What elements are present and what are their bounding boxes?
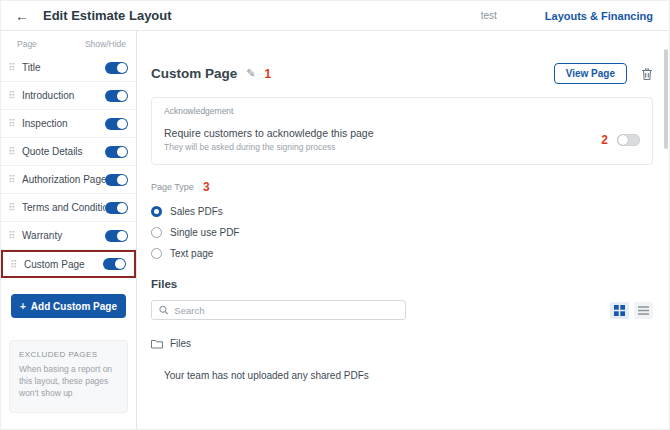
radio-single-use-pdf[interactable]: Single use PDF xyxy=(151,224,653,240)
radio-button-icon[interactable] xyxy=(151,227,162,238)
acknowledgement-toggle[interactable] xyxy=(617,134,640,146)
sidebar-item-authorization-page[interactable]: ⠿ Authorization Page xyxy=(1,166,136,194)
page-item-label: Introduction xyxy=(22,90,105,101)
drag-handle-icon[interactable]: ⠿ xyxy=(8,118,19,129)
radio-button-icon[interactable] xyxy=(151,248,162,259)
radio-button-icon[interactable] xyxy=(151,206,162,217)
page-type-label: Page Type xyxy=(151,182,194,192)
files-folder-row[interactable]: Files xyxy=(151,338,653,349)
grid-view-button[interactable] xyxy=(610,302,629,319)
radio-sales-pdfs[interactable]: Sales PDFs xyxy=(151,203,653,219)
custom-page-panel: Custom Page ✎ 1 View Page Acknowledgemen… xyxy=(137,31,669,430)
annotation-3: 3 xyxy=(203,180,210,194)
drag-handle-icon[interactable]: ⠿ xyxy=(8,230,19,241)
trash-icon[interactable] xyxy=(641,67,653,81)
toggle-terms-and-conditions[interactable] xyxy=(105,202,128,214)
radio-label: Sales PDFs xyxy=(170,206,223,217)
toggle-authorization-page[interactable] xyxy=(105,174,128,186)
drag-handle-icon[interactable]: ⠿ xyxy=(8,90,19,101)
annotation-2: 2 xyxy=(601,133,608,147)
search-input[interactable] xyxy=(174,305,398,316)
page-list-sidebar: Page Show/Hide ⠿ Title ⠿ Introduction ⠿ … xyxy=(1,31,137,430)
drag-handle-icon[interactable]: ⠿ xyxy=(8,146,19,157)
page-item-label: Warranty xyxy=(22,230,105,241)
page-title: Edit Estimate Layout xyxy=(43,8,172,23)
acknowledgement-card: Acknowledgement Require customers to ack… xyxy=(151,97,653,165)
radio-label: Text page xyxy=(170,248,213,259)
drag-handle-icon[interactable]: ⠿ xyxy=(8,174,19,185)
annotation-1: 1 xyxy=(265,67,272,81)
toggle-quote-details[interactable] xyxy=(105,146,128,158)
sidebar-item-warranty[interactable]: ⠿ Warranty xyxy=(1,222,136,250)
list-icon xyxy=(638,306,649,315)
sidebar-item-custom-page[interactable]: ⠿ Custom Page xyxy=(1,250,136,278)
acknowledgement-label: Acknowledgement xyxy=(164,106,640,116)
empty-files-message: Your team has not uploaded any shared PD… xyxy=(164,370,653,381)
page-item-label: Terms and Conditions xyxy=(22,202,105,213)
vertical-scrollbar[interactable] xyxy=(664,49,668,149)
acknowledgement-hint: They will be asked during the signing pr… xyxy=(164,142,374,152)
view-page-button[interactable]: View Page xyxy=(554,63,627,84)
sidebar-column-headers: Page Show/Hide xyxy=(1,31,136,54)
toggle-introduction[interactable] xyxy=(105,90,128,102)
sidebar-item-quote-details[interactable]: ⠿ Quote Details xyxy=(1,138,136,166)
edit-pencil-icon[interactable]: ✎ xyxy=(246,67,255,80)
custom-page-heading: Custom Page xyxy=(151,66,237,81)
sidebar-item-terms-and-conditions[interactable]: ⠿ Terms and Conditions xyxy=(1,194,136,222)
search-icon xyxy=(159,305,168,315)
radio-text-page[interactable]: Text page xyxy=(151,245,653,261)
page-item-label: Authorization Page xyxy=(22,174,105,185)
column-page: Page xyxy=(17,39,37,49)
folder-icon xyxy=(151,339,163,349)
header-right: test Layouts & Financing xyxy=(481,10,653,22)
page-item-label: Inspection xyxy=(22,118,105,129)
list-view-button[interactable] xyxy=(634,302,653,319)
excluded-pages-body: When basing a report on this layout, the… xyxy=(19,364,118,400)
toggle-title[interactable] xyxy=(105,62,128,74)
sidebar-item-title[interactable]: ⠿ Title xyxy=(1,54,136,82)
add-custom-page-label: Add Custom Page xyxy=(31,301,117,312)
sidebar-item-inspection[interactable]: ⠿ Inspection xyxy=(1,110,136,138)
toggle-inspection[interactable] xyxy=(105,118,128,130)
back-icon[interactable]: ← xyxy=(15,9,29,23)
toggle-warranty[interactable] xyxy=(105,230,128,242)
page-type-options: Sales PDFs Single use PDF Text page xyxy=(151,203,653,261)
drag-handle-icon[interactable]: ⠿ xyxy=(8,202,19,213)
file-search-box[interactable] xyxy=(151,300,406,320)
folder-label: Files xyxy=(170,338,191,349)
page-item-label: Quote Details xyxy=(22,146,105,157)
files-section-title: Files xyxy=(151,278,653,290)
account-name: test xyxy=(481,10,497,21)
acknowledgement-text: Require customers to acknowledge this pa… xyxy=(164,127,374,152)
acknowledgement-question: Require customers to acknowledge this pa… xyxy=(164,127,374,139)
column-show-hide: Show/Hide xyxy=(85,39,126,49)
layouts-financing-link[interactable]: Layouts & Financing xyxy=(545,10,653,22)
toggle-custom-page[interactable] xyxy=(103,258,126,270)
radio-label: Single use PDF xyxy=(170,227,239,238)
page-item-label: Title xyxy=(22,62,105,73)
excluded-pages-card: EXCLUDED PAGES When basing a report on t… xyxy=(9,340,128,413)
top-bar: ← Edit Estimate Layout test Layouts & Fi… xyxy=(1,1,669,31)
edit-estimate-layout-window: ← Edit Estimate Layout test Layouts & Fi… xyxy=(0,0,670,430)
page-item-label: Custom Page xyxy=(24,259,103,270)
plus-icon: + xyxy=(20,301,26,312)
sidebar-item-introduction[interactable]: ⠿ Introduction xyxy=(1,82,136,110)
excluded-pages-title: EXCLUDED PAGES xyxy=(19,350,118,359)
add-custom-page-button[interactable]: + Add Custom Page xyxy=(11,294,126,318)
grid-icon xyxy=(614,305,625,316)
drag-handle-icon[interactable]: ⠿ xyxy=(10,259,21,270)
drag-handle-icon[interactable]: ⠿ xyxy=(8,62,19,73)
